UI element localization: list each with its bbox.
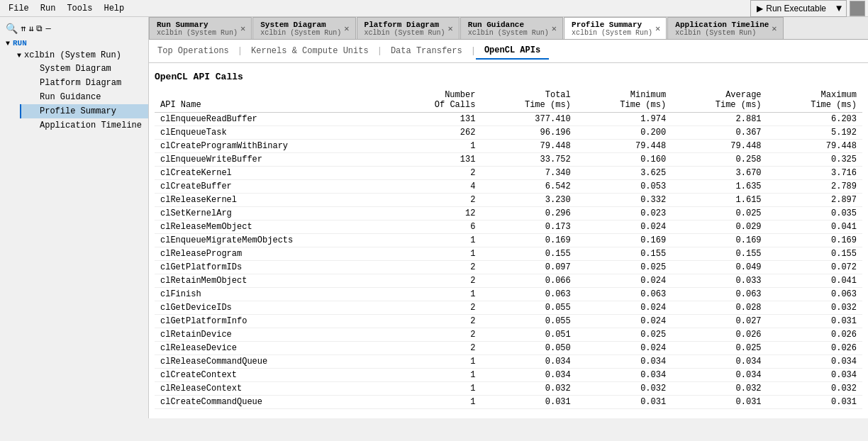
cell-value: 0.029 (672, 220, 767, 234)
tab-platform-diagram[interactable]: Platform Diagram xclbin (System Run) ✕ (357, 17, 460, 39)
expand-icon[interactable]: ⇊ (28, 23, 33, 34)
cell-value: 1 (394, 396, 481, 409)
table-row: clReleaseDevice20.0500.0240.0250.026 (155, 342, 862, 355)
table-row: clSetKernelArg120.2960.0230.0250.035 (155, 207, 862, 220)
tab-title-run-summary: Run Summary (157, 21, 238, 29)
col-header-min-time: MinimumTime (ms) (577, 88, 672, 113)
tab-application-timeline[interactable]: Application Timeline xclbin (System Run)… (667, 17, 783, 39)
cell-api-name: clCreateCommandQueue (155, 396, 394, 409)
tab-close-run-guidance[interactable]: ✕ (552, 23, 557, 34)
sidebar-item-profile-summary[interactable]: Profile Summary (20, 104, 148, 118)
cell-api-name: clEnqueueTask (155, 126, 394, 140)
tab-close-system-diagram[interactable]: ✕ (344, 23, 349, 34)
cell-value: 2 (394, 194, 481, 207)
cell-value: 3.670 (672, 167, 767, 180)
cell-api-name: clGetDeviceIDs (155, 301, 394, 315)
sidebar-run-header[interactable]: ▼ RUN (0, 38, 148, 49)
sidebar-item-system-diagram[interactable]: System Diagram (20, 62, 148, 76)
collapse-icon[interactable]: ⇈ (21, 23, 26, 34)
cell-value: 0.028 (672, 301, 767, 315)
menu-help[interactable]: Help (98, 2, 130, 15)
tab-close-application-timeline[interactable]: ✕ (772, 23, 777, 34)
tab-close-run-summary[interactable]: ✕ (240, 23, 245, 34)
cell-value: 0.034 (481, 369, 576, 382)
tab-run-summary[interactable]: Run Summary xclbin (System Run) ✕ (149, 17, 252, 39)
cell-value: 0.026 (767, 328, 862, 342)
menu-tools[interactable]: Tools (61, 2, 98, 15)
cell-value: 0.173 (481, 220, 576, 234)
table-row: clReleaseKernel23.2300.3321.6152.897 (155, 194, 862, 207)
cell-value: 2 (394, 315, 481, 328)
cell-api-name: clCreateBuffer (155, 180, 394, 194)
cell-value: 0.050 (481, 342, 576, 355)
cell-value: 1.615 (672, 194, 767, 207)
minus-icon[interactable]: ─ (45, 24, 50, 34)
menu-file[interactable]: File (3, 2, 35, 15)
cell-value: 377.410 (481, 113, 576, 126)
cell-value: 0.097 (481, 261, 576, 274)
sub-nav-opencl-apis[interactable]: OpenCL APIs (476, 43, 549, 60)
cell-value: 0.049 (672, 261, 767, 274)
run-executable-group: ▶ Run Executable ▼ (750, 0, 847, 17)
cell-value: 0.031 (672, 396, 767, 409)
sidebar-item-application-timeline[interactable]: Application Timeline (20, 118, 148, 133)
cell-value: 1 (394, 234, 481, 247)
section-title: OpenCL API Calls (155, 69, 862, 88)
cell-value: 0.025 (577, 261, 672, 274)
search-icon[interactable]: 🔍 (6, 23, 18, 35)
run-dropdown-button[interactable]: ▼ (832, 1, 846, 16)
cell-api-name: clEnqueueMigrateMemObjects (155, 234, 394, 247)
sub-nav-top-operations[interactable]: Top Operations (149, 43, 238, 59)
cell-value: 2 (394, 261, 481, 274)
table-row: clReleaseCommandQueue10.0340.0340.0340.0… (155, 355, 862, 369)
sidebar-project-label: xclbin (System Run) (24, 50, 121, 60)
tab-subtitle-platform-diagram: xclbin (System Run) (365, 29, 445, 37)
cell-value: 2 (394, 328, 481, 342)
tab-title-run-guidance: Run Guidance (468, 21, 549, 29)
tab-profile-summary[interactable]: Profile Summary xclbin (System Run) ✕ (564, 17, 667, 40)
link-icon[interactable]: ⧉ (36, 24, 43, 34)
cell-value: 12 (394, 207, 481, 220)
sidebar-project-item[interactable]: ▼ xclbin (System Run) (11, 49, 148, 62)
sub-nav-data-transfers[interactable]: Data Transfers (382, 43, 471, 59)
table-row: clReleaseMemObject60.1730.0240.0290.041 (155, 220, 862, 234)
cell-value: 5.192 (767, 126, 862, 140)
cell-value: 6.203 (767, 113, 862, 126)
cell-value: 0.026 (672, 328, 767, 342)
cell-value: 0.053 (577, 180, 672, 194)
cell-value: 0.026 (767, 342, 862, 355)
sub-nav-kernels-compute[interactable]: Kernels & Compute Units (243, 43, 377, 59)
cell-value: 0.063 (672, 288, 767, 301)
cell-value: 0.155 (767, 247, 862, 261)
tab-run-guidance[interactable]: Run Guidance xclbin (System Run) ✕ (460, 17, 563, 39)
table-row: clReleaseProgram10.1550.1550.1550.155 (155, 247, 862, 261)
cell-value: 0.032 (481, 382, 576, 396)
cell-value: 79.448 (767, 140, 862, 153)
sidebar-item-run-guidance[interactable]: Run Guidance (20, 90, 148, 104)
stop-button[interactable] (850, 1, 865, 16)
cell-value: 2.897 (767, 194, 862, 207)
cell-api-name: clEnqueueReadBuffer (155, 113, 394, 126)
cell-value: 0.024 (577, 220, 672, 234)
tab-subtitle-run-summary: xclbin (System Run) (157, 29, 238, 37)
col-header-num-calls: NumberOf Calls (394, 88, 481, 113)
table-row: clCreateContext10.0340.0340.0340.034 (155, 369, 862, 382)
cell-value: 0.041 (767, 274, 862, 288)
sub-nav-separator-1: | (238, 46, 243, 56)
cell-value: 0.200 (577, 126, 672, 140)
tab-close-platform-diagram[interactable]: ✕ (448, 23, 453, 34)
cell-value: 0.063 (767, 288, 862, 301)
cell-api-name: clCreateKernel (155, 167, 394, 180)
sidebar-item-platform-diagram[interactable]: Platform Diagram (20, 76, 148, 90)
cell-value: 0.258 (672, 153, 767, 167)
cell-value: 0.169 (767, 234, 862, 247)
cell-value: 131 (394, 153, 481, 167)
opencl-table: API NameNumberOf CallsTotalTime (ms)Mini… (155, 88, 862, 409)
tab-system-diagram[interactable]: System Diagram xclbin (System Run) ✕ (252, 17, 355, 39)
content-area: Top Operations|Kernels & Compute Units|D… (149, 40, 868, 418)
table-row: clFinish10.0630.0630.0630.063 (155, 288, 862, 301)
tab-close-profile-summary[interactable]: ✕ (655, 23, 660, 34)
cell-api-name: clReleaseKernel (155, 194, 394, 207)
run-executable-button[interactable]: ▶ Run Executable (751, 2, 832, 15)
menu-run[interactable]: Run (35, 2, 62, 15)
